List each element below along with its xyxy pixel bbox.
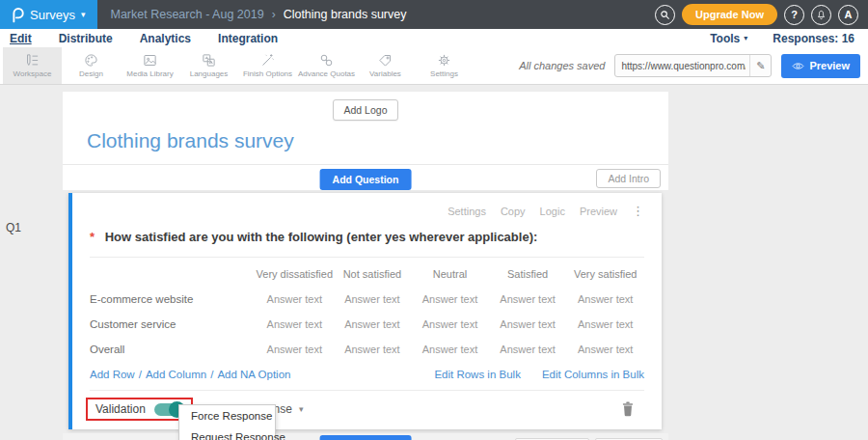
- survey-url-input[interactable]: [615, 61, 749, 71]
- matrix-row: Overall Answer text Answer text Answer t…: [90, 337, 644, 362]
- matrix-row-label[interactable]: Customer service: [90, 318, 256, 330]
- dropdown-option-force-response[interactable]: Force Response: [179, 405, 275, 426]
- breadcrumb-current: Clothing brands survey: [284, 8, 407, 21]
- toolbar-item-label: Variables: [369, 69, 401, 78]
- quota-icon: [319, 53, 334, 68]
- matrix-answer-cell[interactable]: Answer text: [334, 318, 412, 330]
- add-column-link[interactable]: Add Column: [146, 369, 206, 380]
- toolbar-item-languages[interactable]: Languages: [179, 47, 238, 84]
- matrix-answer-cell[interactable]: Answer text: [411, 318, 489, 330]
- add-row-link[interactable]: Add Row: [90, 369, 135, 380]
- question-card: Settings Copy Logic Preview ⋮ * How sati…: [68, 193, 662, 429]
- matrix-answer-cell[interactable]: Answer text: [566, 318, 644, 330]
- question-text[interactable]: How satisfied are you with the following…: [105, 230, 538, 244]
- matrix-answer-cell[interactable]: Answer text: [411, 344, 489, 355]
- help-button[interactable]: ?: [784, 5, 804, 25]
- nav-tabs: Edit Distribute Analytics Integration: [10, 32, 278, 45]
- question-logic-link[interactable]: Logic: [540, 206, 565, 217]
- toolbar-item-label: Settings: [430, 69, 458, 78]
- nav-tabs-row: Edit Distribute Analytics Integration To…: [0, 29, 868, 47]
- toolbar-item-label: Languages: [190, 69, 229, 78]
- toolbar-item-design[interactable]: Design: [62, 47, 121, 84]
- survey-header-card: Add Logo Clothing brands survey Add Ques…: [63, 92, 668, 190]
- bulk-links: Edit Rows in Bulk Edit Columns in Bulk: [434, 369, 644, 380]
- preview-button[interactable]: Preview: [781, 54, 860, 78]
- eye-icon: [792, 60, 804, 72]
- matrix-answer-cell[interactable]: Answer text: [489, 344, 567, 355]
- question-preview-link[interactable]: Preview: [580, 206, 617, 217]
- wand-icon: [260, 53, 275, 68]
- matrix-column-header[interactable]: Satisfied: [489, 268, 567, 280]
- upgrade-now-button[interactable]: Upgrade Now: [682, 4, 777, 25]
- tab-edit[interactable]: Edit: [10, 32, 32, 45]
- responses-link[interactable]: Responses: 16: [773, 32, 854, 45]
- matrix-answer-cell[interactable]: Answer text: [411, 293, 489, 305]
- matrix-answer-cell[interactable]: Answer text: [334, 293, 412, 305]
- chevron-down-icon: ▾: [744, 34, 747, 42]
- avatar[interactable]: A: [838, 5, 858, 25]
- matrix-answer-cell[interactable]: Answer text: [256, 344, 334, 355]
- required-marker: *: [90, 230, 95, 244]
- toolbar-item-variables[interactable]: Variables: [356, 47, 415, 84]
- gear-icon: [437, 53, 451, 68]
- matrix-answer-cell[interactable]: Answer text: [256, 318, 334, 330]
- chevron-down-icon: ▾: [299, 404, 304, 414]
- add-na-option-link[interactable]: Add NA Option: [217, 369, 290, 380]
- toolbar-item-workspace[interactable]: Workspace: [3, 47, 62, 84]
- breadcrumb-parent[interactable]: Market Research - Aug 2019: [111, 8, 264, 21]
- add-logo-button[interactable]: Add Logo: [333, 99, 399, 121]
- toolbar-item-media-library[interactable]: Media Library: [121, 47, 179, 84]
- matrix-answer-cell[interactable]: Answer text: [489, 293, 567, 305]
- edit-rows-in-bulk-link[interactable]: Edit Rows in Bulk: [434, 369, 520, 380]
- matrix-row: E-commerce website Answer text Answer te…: [90, 287, 644, 312]
- validation-row: Validation Force Response ▾: [72, 391, 662, 429]
- matrix-answer-cell[interactable]: Answer text: [256, 293, 334, 305]
- question-settings-link[interactable]: Settings: [448, 206, 486, 217]
- notifications-button[interactable]: [811, 5, 831, 25]
- matrix-row: Customer service Answer text Answer text…: [90, 312, 644, 337]
- tab-integration[interactable]: Integration: [218, 32, 278, 45]
- matrix-answer-cell[interactable]: Answer text: [334, 344, 412, 355]
- tab-distribute[interactable]: Distribute: [59, 32, 113, 45]
- trash-icon[interactable]: [621, 401, 635, 417]
- tab-analytics[interactable]: Analytics: [140, 32, 191, 45]
- survey-url-box[interactable]: ✎: [614, 54, 772, 77]
- tools-label: Tools: [710, 32, 740, 45]
- matrix-column-header[interactable]: Neutral: [411, 268, 489, 280]
- dropdown-option-request-response[interactable]: Request Response: [179, 426, 275, 440]
- kebab-menu-icon[interactable]: ⋮: [632, 204, 644, 218]
- chevron-down-icon: ▾: [81, 11, 86, 19]
- survey-title[interactable]: Clothing brands survey: [63, 121, 668, 164]
- toolbar-item-finish-options[interactable]: Finish Options: [238, 47, 297, 84]
- toolbar-item-label: Design: [79, 69, 103, 78]
- question-menu: Settings Copy Logic Preview ⋮: [72, 193, 662, 218]
- matrix-column-header[interactable]: Very dissatisfied: [256, 268, 334, 280]
- matrix-answer-cell[interactable]: Answer text: [566, 293, 644, 305]
- edit-url-icon[interactable]: ✎: [749, 55, 771, 76]
- editor-canvas: Q1 Add Logo Clothing brands survey Add Q…: [0, 92, 868, 440]
- toolbar-item-settings[interactable]: Settings: [415, 47, 474, 84]
- breadcrumb-separator: ›: [272, 8, 276, 21]
- matrix-column-header[interactable]: Not satisfied: [334, 268, 412, 280]
- question-copy-link[interactable]: Copy: [501, 206, 526, 217]
- validation-highlight-annotation: Validation: [86, 398, 193, 421]
- toolbar-item-advance-quotas[interactable]: Advance Quotas: [297, 47, 356, 84]
- brand-menu[interactable]: Surveys ▾: [0, 0, 97, 29]
- editor-toolbar: Workspace Design Media Library Languages…: [0, 47, 868, 85]
- tools-menu[interactable]: Tools ▾: [710, 32, 747, 45]
- matrix-answer-cell[interactable]: Answer text: [566, 344, 644, 355]
- logo-row: Add Logo: [63, 92, 668, 121]
- matrix-column-header[interactable]: Very satisfied: [566, 268, 644, 280]
- add-question-button-top[interactable]: Add Question: [320, 169, 412, 190]
- matrix-answer-cell[interactable]: Answer text: [489, 318, 567, 330]
- search-button[interactable]: [655, 5, 675, 25]
- save-status: All changes saved: [519, 60, 605, 71]
- matrix-row-label[interactable]: E-commerce website: [90, 293, 256, 305]
- brand-label: Surveys: [30, 8, 75, 22]
- matrix-row-label[interactable]: Overall: [90, 344, 256, 355]
- add-question-button-bottom[interactable]: Add Question: [320, 435, 412, 440]
- toolbar-right: All changes saved ✎ Preview: [519, 47, 868, 84]
- search-icon: [660, 10, 670, 20]
- edit-columns-in-bulk-link[interactable]: Edit Columns in Bulk: [542, 369, 644, 380]
- add-intro-button[interactable]: Add Intro: [596, 169, 661, 188]
